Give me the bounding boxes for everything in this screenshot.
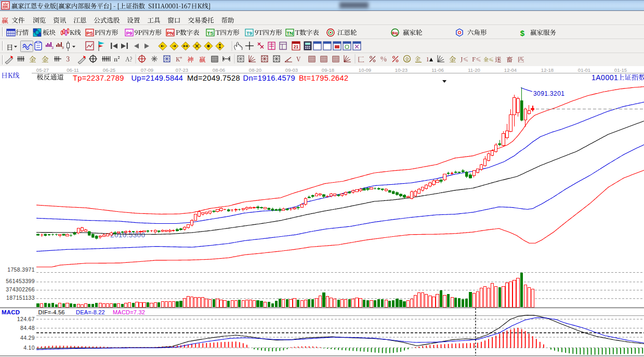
svg-text:84.48: 84.48: [20, 325, 35, 331]
svg-text:$: $: [520, 29, 525, 37]
svg-text:9: 9: [62, 46, 64, 49]
svg-text:06-25: 06-25: [103, 67, 115, 73]
svg-text:2010.5300: 2010.5300: [110, 231, 145, 239]
svg-text:08-20: 08-20: [249, 67, 261, 73]
svg-text:11-06: 11-06: [431, 67, 444, 73]
svg-text:1A0001: 1A0001: [592, 73, 618, 82]
svg-text:07-23: 07-23: [176, 67, 188, 73]
svg-text:Big: Big: [392, 31, 398, 35]
svg-text:124.67: 124.67: [17, 316, 35, 322]
svg-text:187151133: 187151133: [6, 295, 35, 301]
svg-text:10-23: 10-23: [395, 67, 408, 73]
svg-text:PN: PN: [167, 30, 174, 36]
svg-text:561453399: 561453399: [6, 278, 35, 284]
svg-text:Dn=1916.4579: Dn=1916.4579: [243, 74, 295, 82]
svg-text:MACD: MACD: [2, 309, 20, 315]
svg-text:09-18: 09-18: [322, 67, 334, 73]
svg-text:44.29: 44.29: [20, 335, 35, 341]
svg-text:TS: TS: [207, 30, 213, 36]
svg-text:MACD=7.32: MACD=7.32: [113, 309, 145, 315]
svg-text:06-11: 06-11: [67, 67, 79, 73]
svg-text:DIF=-4.56: DIF=-4.56: [38, 309, 65, 315]
svg-text:Up=2149.5844: Up=2149.5844: [132, 74, 183, 82]
svg-text:Tp=2237.2789: Tp=2237.2789: [73, 74, 124, 82]
svg-text:11-20: 11-20: [468, 67, 480, 73]
svg-text:Md=2049.7528: Md=2049.7528: [187, 74, 240, 82]
svg-text:3: 3: [51, 46, 54, 49]
svg-text:21: 21: [294, 44, 299, 49]
svg-text:08-06: 08-06: [213, 67, 225, 73]
svg-text:DEA=-8.22: DEA=-8.22: [76, 309, 105, 315]
svg-text:12-04: 12-04: [504, 67, 517, 73]
svg-text:374302266: 374302266: [6, 286, 35, 292]
svg-text:01-01: 01-01: [578, 67, 590, 73]
svg-text:Bt=1795.2642: Bt=1795.2642: [299, 74, 349, 82]
svg-text:01-15: 01-15: [614, 67, 627, 73]
svg-text:TN: TN: [286, 30, 293, 36]
svg-text:09-03: 09-03: [285, 67, 298, 73]
svg-text:05-27: 05-27: [36, 67, 49, 73]
svg-text:T9: T9: [246, 30, 252, 36]
svg-text:3091.3201: 3091.3201: [533, 90, 564, 97]
svg-text:12-18: 12-18: [541, 67, 554, 73]
svg-text:1758.3971: 1758.3971: [7, 266, 35, 273]
svg-text:4.10: 4.10: [23, 345, 35, 351]
svg-text:PS: PS: [86, 30, 93, 36]
svg-text:P9: P9: [126, 30, 133, 36]
svg-text:10-09: 10-09: [359, 67, 371, 73]
svg-text:07-09: 07-09: [141, 67, 153, 73]
